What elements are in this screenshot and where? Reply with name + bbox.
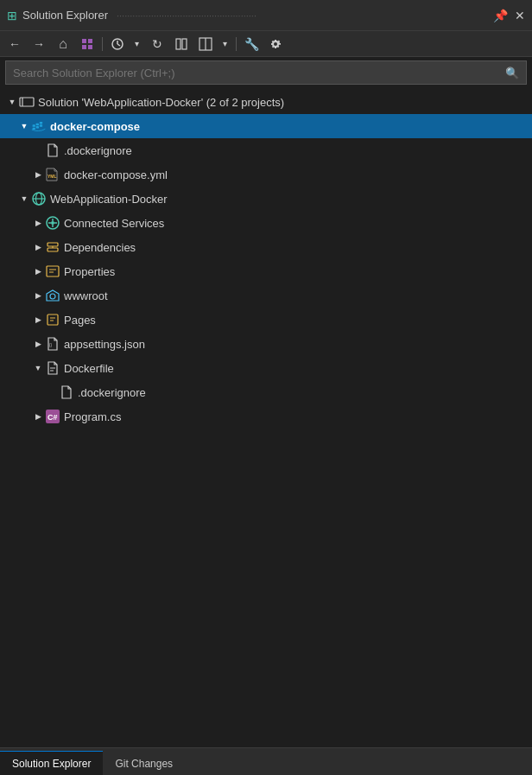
- svg-text:C#: C#: [48, 413, 58, 422]
- svg-rect-16: [40, 124, 42, 126]
- csharp-icon: C#: [45, 409, 60, 424]
- svg-text:{}: {}: [49, 343, 53, 347]
- svg-rect-29: [48, 243, 58, 246]
- program-cs-label: Program.cs: [64, 410, 121, 423]
- dependencies-expand-arrow[interactable]: ▶: [31, 240, 45, 254]
- toolbar-sep-1: [102, 37, 103, 51]
- file-icon-1: [45, 143, 60, 158]
- properties-icon: [45, 264, 60, 279]
- tree-item-dockerfile[interactable]: ▼ Dockerfile: [0, 356, 532, 380]
- pin-icon[interactable]: 📌: [493, 9, 508, 22]
- bottom-tabs: Solution Explorer Git Changes: [0, 747, 532, 775]
- tree-item-docker-compose[interactable]: ▼ docker-compose: [0, 114, 532, 138]
- appsettings-label: appsettings.json: [64, 338, 145, 351]
- title-bar-right: 📌 ✕: [493, 9, 525, 22]
- appsettings-expand-arrow[interactable]: ▶: [31, 337, 45, 351]
- back-button[interactable]: ←: [3, 34, 26, 54]
- pages-icon: [45, 312, 60, 327]
- svg-point-24: [51, 221, 54, 225]
- tree-item-connected-services[interactable]: ▶ Connected Services: [0, 211, 532, 235]
- svg-rect-30: [48, 248, 58, 251]
- docker-compose-label: docker-compose: [50, 120, 140, 133]
- svg-rect-15: [36, 126, 39, 128]
- tree-item-dockerignore-1[interactable]: .dockerignore: [0, 138, 532, 162]
- dockerfile-expand-arrow[interactable]: ▼: [31, 361, 45, 375]
- program-expand-arrow[interactable]: ▶: [31, 410, 45, 423]
- home-button[interactable]: ⌂: [52, 34, 74, 54]
- connected-services-icon: [45, 215, 60, 231]
- solution-expand-arrow[interactable]: ▼: [5, 95, 19, 109]
- history-button[interactable]: [106, 34, 129, 54]
- wwwroot-expand-arrow[interactable]: ▶: [31, 289, 45, 302]
- tab-solution-explorer[interactable]: Solution Explorer: [0, 751, 103, 775]
- tree-item-wwwroot[interactable]: ▶ wwwroot: [0, 283, 532, 308]
- svg-rect-8: [182, 39, 187, 49]
- properties-expand-arrow[interactable]: ▶: [31, 264, 45, 278]
- tree-item-appsettings[interactable]: ▶ {} appsettings.json: [0, 332, 532, 356]
- docker-icon: [31, 118, 47, 134]
- preview-button[interactable]: [194, 34, 217, 54]
- tree-item-pages[interactable]: ▶ Pages: [0, 308, 532, 332]
- title-bar-left: ⊞ Solution Explorer ····················…: [7, 9, 256, 22]
- close-icon[interactable]: ✕: [515, 9, 525, 22]
- tree-item-webapp-docker[interactable]: ▼ WebApplication-Docker: [0, 187, 532, 211]
- search-input[interactable]: [13, 67, 505, 79]
- dependencies-icon: [45, 239, 60, 255]
- svg-point-35: [50, 294, 55, 299]
- history-dropdown[interactable]: ▾: [129, 34, 144, 54]
- svg-rect-32: [47, 266, 59, 276]
- tree-item-properties[interactable]: ▶ Properties: [0, 259, 532, 283]
- search-bar[interactable]: 🔍: [5, 60, 527, 85]
- svg-rect-1: [88, 39, 92, 43]
- svg-rect-7: [176, 39, 180, 49]
- settings-button[interactable]: [264, 34, 287, 54]
- tree-container: ▼ Solution 'WebApplication-Docker' (2 of…: [0, 88, 532, 430]
- forward-button[interactable]: →: [28, 34, 50, 54]
- tree-item-program-cs[interactable]: ▶ C# Program.cs: [0, 404, 532, 429]
- history-group: ▾: [106, 34, 144, 54]
- dockerignore-1-label: .dockerignore: [64, 144, 132, 157]
- svg-rect-36: [48, 314, 58, 325]
- tab-git-changes[interactable]: Git Changes: [103, 751, 185, 775]
- wwwroot-label: wwwroot: [64, 289, 108, 302]
- dockerfile-label: Dockerfile: [64, 362, 114, 375]
- refresh-button[interactable]: ↻: [146, 34, 168, 54]
- preview-group: ▾: [194, 34, 232, 54]
- title-bar: ⊞ Solution Explorer ····················…: [0, 0, 532, 31]
- appsettings-icon: {}: [45, 336, 60, 352]
- svg-rect-17: [33, 128, 35, 130]
- wwwroot-icon: [45, 288, 60, 303]
- svg-rect-3: [88, 45, 92, 49]
- connected-expand-arrow[interactable]: ▶: [31, 216, 45, 230]
- svg-text:YML: YML: [48, 174, 57, 179]
- tree-item-docker-compose-yml[interactable]: ▶ YML docker-compose.yml: [0, 162, 532, 187]
- wrench-button[interactable]: 🔧: [240, 34, 263, 54]
- tree-item-dependencies[interactable]: ▶ Dependencies: [0, 235, 532, 259]
- toolbar-sep-2: [236, 37, 237, 51]
- solution-label: Solution 'WebApplication-Docker' (2 of 2…: [38, 96, 284, 109]
- dependencies-label: Dependencies: [64, 241, 136, 254]
- webapp-expand-arrow[interactable]: ▼: [17, 192, 31, 206]
- vs-icon-button[interactable]: [76, 34, 98, 54]
- svg-rect-13: [33, 124, 35, 126]
- yml-icon: YML: [45, 167, 60, 182]
- svg-rect-18: [40, 122, 42, 124]
- pages-expand-arrow[interactable]: ▶: [31, 313, 45, 327]
- collapse-button[interactable]: [170, 34, 193, 54]
- docker-compose-expand-arrow[interactable]: ▼: [17, 119, 31, 133]
- title-dots: ········································…: [113, 10, 256, 21]
- yml-expand-arrow[interactable]: ▶: [31, 168, 45, 181]
- preview-dropdown[interactable]: ▾: [217, 34, 232, 54]
- tree-item-dockerignore-2[interactable]: .dockerignore: [0, 380, 532, 404]
- dockerfile-icon: [45, 360, 60, 376]
- toolbar: ← → ⌂ ▾ ↻ ▾ 🔧: [0, 31, 532, 57]
- pages-label: Pages: [64, 314, 96, 327]
- dockerignore-2-label: .dockerignore: [78, 386, 146, 399]
- svg-rect-0: [82, 39, 86, 43]
- window-title: Solution Explorer: [22, 9, 108, 22]
- properties-label: Properties: [64, 265, 115, 278]
- webapp-icon: [31, 191, 47, 206]
- solution-row[interactable]: ▼ Solution 'WebApplication-Docker' (2 of…: [0, 90, 532, 114]
- svg-rect-14: [36, 124, 39, 125]
- connected-services-label: Connected Services: [64, 217, 164, 230]
